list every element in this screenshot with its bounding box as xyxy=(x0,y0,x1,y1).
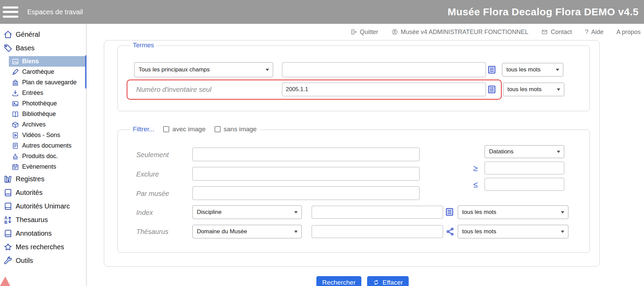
sidebar-item-plan-de-sauvegarde[interactable]: Plan de sauvegarde xyxy=(0,77,86,88)
sidebar-item-label: Général xyxy=(16,31,40,38)
about-button[interactable]: A propos xyxy=(616,29,641,36)
sidebar-nav: Général Bases Biens Carothèque Plan de s… xyxy=(0,24,86,286)
with-image-option[interactable]: avec image xyxy=(163,125,205,133)
download-icon xyxy=(12,89,19,97)
archive-box-icon xyxy=(12,121,19,129)
search-button[interactable]: Rechercher xyxy=(316,276,361,286)
sidebar-item-autorites-unimarc[interactable]: Autorités Unimarc xyxy=(0,199,86,213)
chevron-down-icon xyxy=(266,69,269,71)
main-mode-select-value: tous les mots xyxy=(506,66,540,73)
sidebar-item-outils[interactable]: Outils xyxy=(0,254,86,267)
chevron-down-icon xyxy=(561,231,564,233)
registers-icon xyxy=(3,174,13,184)
logout-icon xyxy=(350,29,357,35)
termes-fieldset: Termes Tous les principaux champs tous l… xyxy=(117,46,590,111)
sidebar-item-evenements[interactable]: Evènements xyxy=(0,162,86,172)
thesaurus-field-select[interactable]: Domaine du Musée xyxy=(192,225,302,238)
main-term-input[interactable] xyxy=(282,62,486,77)
inventory-row-label: Numéro d'inventaire seul xyxy=(136,86,211,94)
datation-from-input[interactable] xyxy=(485,162,564,174)
help-button[interactable]: ? Aide xyxy=(585,28,603,36)
list-picker-icon[interactable] xyxy=(487,65,497,74)
book-icon xyxy=(3,188,13,197)
sidebar-item-bases[interactable]: Bases xyxy=(0,41,86,55)
quit-button[interactable]: Quitter xyxy=(350,29,378,36)
par-musee-input[interactable] xyxy=(192,186,420,200)
datations-select[interactable]: Datations xyxy=(485,145,564,158)
sidebar-item-bibliotheque[interactable]: Bibliothèque xyxy=(0,109,86,119)
exclure-input[interactable] xyxy=(192,167,420,181)
question-mark-icon: ? xyxy=(585,28,588,36)
par-musee-label: Par musée xyxy=(136,190,169,198)
sidebar-item-label: Biens xyxy=(22,58,39,65)
sidebar-item-label: Autres documents xyxy=(22,142,72,149)
sidebar-item-autres-documents[interactable]: Autres documents xyxy=(0,140,86,151)
without-image-option[interactable]: sans image xyxy=(215,125,257,133)
main-field-select[interactable]: Tous les principaux champs xyxy=(134,62,273,77)
document-icon xyxy=(12,142,19,150)
media-doc-icon xyxy=(12,132,19,139)
sidebar-item-annotations[interactable]: Annotations xyxy=(0,226,86,240)
without-image-label: sans image xyxy=(224,125,257,133)
share-graph-icon[interactable] xyxy=(445,227,455,236)
app-title: Musée Flora Decalog Flora DEMO v4.5 xyxy=(447,6,639,18)
chevron-down-icon xyxy=(561,211,564,214)
without-image-checkbox[interactable] xyxy=(215,126,221,132)
svg-text:B: B xyxy=(4,220,7,224)
less-equal-operator[interactable]: ≤ xyxy=(469,180,482,189)
sidebar-item-carotheque[interactable]: Carothèque xyxy=(0,67,86,77)
greater-equal-operator[interactable]: ≥ xyxy=(469,164,482,173)
with-image-checkbox[interactable] xyxy=(163,126,169,132)
datations-select-value: Datations xyxy=(489,148,514,155)
thesaurus-mode-select[interactable]: tous les mots xyxy=(458,225,568,238)
help-label: Aide xyxy=(591,29,603,36)
sidebar-item-archives[interactable]: Archives xyxy=(0,119,86,130)
sidebar-item-autorites[interactable]: Autorités xyxy=(0,186,86,199)
sidebar-item-videos-sons[interactable]: Vidéos - Sons xyxy=(0,130,86,140)
sidebar-item-produits-doc[interactable]: Produits doc. xyxy=(0,151,86,162)
hamburger-menu-icon[interactable] xyxy=(3,6,18,18)
thesaurus-input[interactable] xyxy=(312,225,443,238)
core-sample-icon xyxy=(12,68,19,76)
sidebar-item-general[interactable]: Général xyxy=(0,28,86,41)
sidebar-item-thesaurus[interactable]: AB Thesaurus xyxy=(0,213,86,226)
sidebar-item-biens[interactable]: Biens xyxy=(9,56,86,67)
open-book-icon xyxy=(12,111,19,118)
sidebar-item-registres[interactable]: Registres xyxy=(0,172,86,186)
main-field-select-value: Tous les principaux champs xyxy=(139,66,210,73)
quit-label: Quitter xyxy=(360,29,378,36)
sidebar-item-label: Photothèque xyxy=(22,100,57,107)
sidebar-item-label: Vidéos - Sons xyxy=(22,132,60,139)
list-picker-icon[interactable] xyxy=(445,207,454,217)
about-label: A propos xyxy=(616,29,641,36)
index-input[interactable] xyxy=(312,206,443,219)
user-menu[interactable]: Musée v4 ADMINISTRATEUR FONCTIONNEL xyxy=(391,29,529,36)
clear-button[interactable]: Effacer xyxy=(367,276,409,286)
index-field-select[interactable]: Discipline xyxy=(192,205,302,219)
sidebar-item-label: Registres xyxy=(16,175,44,183)
wrench-icon xyxy=(3,256,13,265)
index-field-select-value: Discipline xyxy=(197,209,222,216)
inventory-number-input[interactable] xyxy=(282,83,486,96)
clear-button-label: Effacer xyxy=(382,279,403,286)
inventory-mode-select[interactable]: tous les mots xyxy=(503,83,564,96)
seulement-input[interactable] xyxy=(192,148,420,161)
contact-button[interactable]: Contact xyxy=(541,29,572,36)
sidebar-item-label: Produits doc. xyxy=(22,153,58,160)
main-mode-select[interactable]: tous les mots xyxy=(502,63,563,77)
user-label: Musée v4 ADMINISTRATEUR FONCTIONNEL xyxy=(401,29,529,36)
sidebar-item-mes-recherches[interactable]: Mes recherches xyxy=(0,240,86,254)
sidebar-item-label: Autorités xyxy=(16,189,43,197)
form-actions: Rechercher Effacer xyxy=(316,276,409,286)
inventory-mode-select-value: tous les mots xyxy=(507,86,541,93)
sidebar-item-entrees[interactable]: Entrées xyxy=(0,88,86,98)
sidebar-scrollbar-thumb[interactable] xyxy=(85,55,87,88)
datation-to-input[interactable] xyxy=(485,178,564,191)
sidebar-item-label: Outils xyxy=(16,257,33,265)
tag-icon xyxy=(3,44,13,53)
index-mode-select[interactable]: tous les mots xyxy=(458,205,568,219)
list-picker-icon[interactable] xyxy=(487,85,497,94)
sidebar-item-phototheque[interactable]: Photothèque xyxy=(0,98,86,109)
chevron-down-icon xyxy=(294,211,298,214)
artwork-icon xyxy=(12,58,19,65)
